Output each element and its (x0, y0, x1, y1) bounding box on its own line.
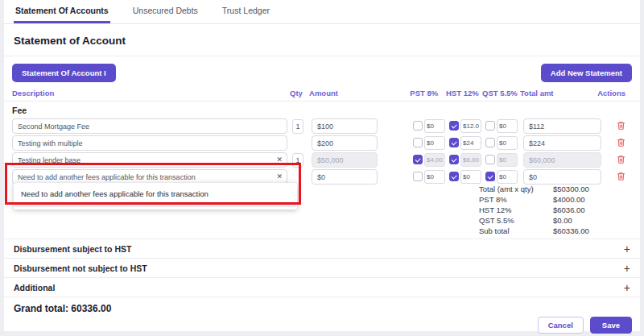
header-total-amt: Total amt (520, 89, 597, 97)
description-input[interactable] (12, 118, 287, 134)
pst-checkbox[interactable] (413, 121, 423, 131)
qst-checkbox[interactable] (485, 172, 495, 181)
statement-of-account-page: Statement Of Accounts Unsecured Debts Tr… (4, 0, 640, 331)
pst-checkbox[interactable] (413, 155, 423, 164)
header-hst: HST 12% (446, 89, 478, 97)
section-additional[interactable]: Additional + (4, 277, 640, 297)
footer-actions: Cancel Save (4, 314, 640, 334)
summary-label: HST 12% (479, 205, 553, 215)
delete-row-icon[interactable] (617, 138, 625, 147)
hst-amount-input[interactable] (460, 136, 481, 150)
summary-value: $0.00 (553, 215, 620, 226)
add-new-statement-button[interactable]: Add New Statement (541, 64, 632, 82)
total-amount-input[interactable] (523, 135, 601, 151)
fee-section-label: Fee (4, 102, 640, 118)
pst-checkbox[interactable] (413, 172, 423, 181)
clear-input-icon[interactable]: ✕ (276, 156, 283, 164)
section-disbursement-subject-hst[interactable]: Disbursement subject to HST + (4, 239, 640, 258)
expand-plus-icon[interactable]: + (624, 282, 630, 293)
delete-row-icon[interactable] (617, 172, 625, 181)
pst-checkbox[interactable] (413, 138, 423, 147)
statement-of-account-1-button[interactable]: Statement Of Account I (12, 64, 116, 82)
hst-checkbox[interactable] (449, 172, 459, 181)
amount-input[interactable] (312, 152, 378, 168)
qst-amount-input[interactable] (497, 153, 518, 167)
pst-amount-input[interactable] (424, 170, 445, 184)
table-row: ✕ (12, 151, 632, 168)
section-label: Disbursement subject to HST (14, 244, 131, 254)
header-pst: PST 8% (410, 89, 442, 97)
fee-rows: ✕ (4, 118, 640, 185)
qst-checkbox[interactable] (485, 121, 495, 131)
amount-input[interactable] (312, 118, 378, 134)
top-tab-bar: Statement Of Accounts Unsecured Debts Tr… (4, 0, 640, 24)
description-input[interactable] (12, 152, 287, 168)
description-input[interactable] (12, 135, 287, 151)
delete-row-icon[interactable] (617, 155, 625, 164)
table-row (12, 118, 632, 134)
dropdown-scroll-strip (14, 203, 296, 207)
hst-amount-input[interactable] (460, 170, 481, 184)
qst-checkbox[interactable] (485, 138, 495, 147)
total-amount-input[interactable] (523, 169, 601, 185)
qst-amount-input[interactable] (497, 170, 518, 184)
qst-amount-input[interactable] (497, 119, 518, 133)
expand-plus-icon[interactable]: + (624, 243, 630, 255)
qst-amount-input[interactable] (497, 136, 518, 150)
total-amount-input[interactable] (523, 152, 601, 168)
expand-plus-icon[interactable]: + (624, 263, 630, 274)
summary-value: $6036.00 (553, 205, 620, 215)
statement-toolbar: Statement Of Account I Add New Statement (4, 56, 640, 89)
cancel-button[interactable]: Cancel (538, 317, 584, 334)
header-description: Description (12, 89, 285, 97)
total-amount-input[interactable] (523, 118, 601, 134)
grand-total: Grand total: 60336.00 (4, 297, 640, 314)
summary-label: Total (amt x qty) (479, 184, 553, 194)
delete-row-icon[interactable] (617, 121, 625, 131)
table-row (12, 135, 632, 151)
tab-statement-of-accounts[interactable]: Statement Of Accounts (14, 0, 110, 23)
summary-value: $50300.00 (553, 184, 620, 194)
summary-label: QST 5.5% (479, 215, 553, 226)
header-qst: QST 5.5% (482, 89, 514, 97)
hst-checkbox[interactable] (449, 121, 459, 131)
qty-input[interactable] (292, 153, 303, 168)
header-qty: Qty (290, 89, 301, 97)
section-label: Disbursement not subject to HST (14, 263, 147, 273)
section-label: Additional (14, 283, 55, 292)
totals-summary: Total (amt x qty)$50300.00 PST 8%$4000.0… (479, 184, 620, 236)
pst-amount-input[interactable] (424, 153, 445, 167)
amount-input[interactable] (312, 135, 378, 151)
hst-amount-input[interactable] (460, 153, 481, 167)
page-title: Statement of Account (14, 35, 630, 47)
clear-input-icon[interactable]: ✕ (276, 173, 283, 180)
mid-zone: Need to add another fees applicable for … (12, 185, 632, 239)
autocomplete-dropdown: Need to add another fees applicable for … (14, 183, 297, 209)
tab-trust-ledger[interactable]: Trust Ledger (221, 0, 271, 23)
tab-unsecured-debts[interactable]: Unsecured Debts (131, 0, 200, 23)
table-row: ✕ (12, 168, 632, 185)
qty-input[interactable] (292, 119, 303, 134)
table-header-row: Description Qty Amount PST 8% HST 12% QS… (4, 89, 640, 102)
amount-input[interactable] (312, 169, 378, 185)
save-button[interactable]: Save (590, 317, 632, 334)
summary-label: Sub total (479, 226, 553, 236)
pst-amount-input[interactable] (424, 136, 445, 150)
summary-label: PST 8% (479, 194, 553, 205)
pst-amount-input[interactable] (424, 119, 445, 133)
hst-amount-input[interactable] (460, 119, 481, 133)
qst-checkbox[interactable] (485, 155, 495, 164)
summary-value: $60336.00 (553, 226, 620, 236)
header-amount: Amount (309, 89, 374, 97)
hst-checkbox[interactable] (449, 138, 459, 147)
header-actions: Actions (597, 89, 632, 97)
hst-checkbox[interactable] (449, 155, 459, 164)
heading-section: Statement of Account (4, 24, 640, 56)
summary-value: $4000.00 (553, 194, 620, 205)
autocomplete-suggestion[interactable]: Need to add another fees applicable for … (14, 186, 297, 200)
section-disbursement-not-subject-hst[interactable]: Disbursement not subject to HST + (4, 258, 640, 277)
